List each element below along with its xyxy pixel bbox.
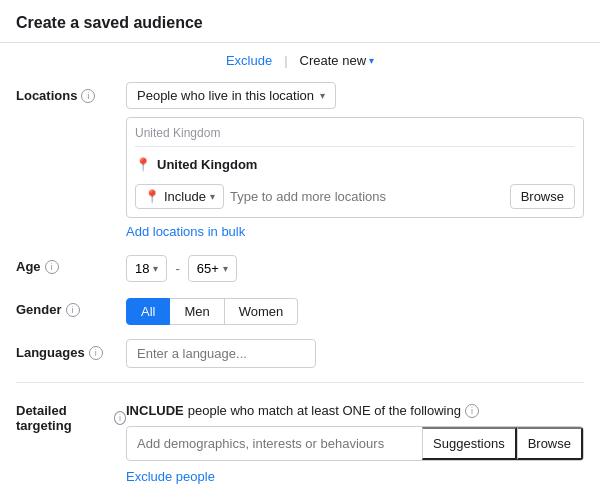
top-links-bar: Exclude | Create new ▾ <box>0 43 600 74</box>
form-divider <box>16 382 584 383</box>
languages-row: Languages i <box>16 339 584 368</box>
age-min-dropdown[interactable]: 18 ▾ <box>126 255 167 282</box>
page-title: Create a saved audience <box>16 14 584 32</box>
age-label: Age i <box>16 253 126 274</box>
gender-women-button[interactable]: Women <box>225 298 299 325</box>
locations-content: People who live in this location ▾ Unite… <box>126 82 584 239</box>
locations-label: Locations i <box>16 82 126 103</box>
age-info-icon[interactable]: i <box>45 260 59 274</box>
form-body: Locations i People who live in this loca… <box>0 74 600 502</box>
targeting-browse-button[interactable]: Browse <box>517 427 583 460</box>
location-input-row: 📍 Include ▾ Browse <box>135 184 575 209</box>
age-separator: - <box>175 261 179 276</box>
languages-info-icon[interactable]: i <box>89 346 103 360</box>
location-box-divider <box>135 146 575 147</box>
age-max-arrow-icon: ▾ <box>223 263 228 274</box>
add-bulk-link-container: Add locations in bulk <box>126 224 245 239</box>
location-pin-icon: 📍 <box>135 157 151 172</box>
detailed-targeting-info-icon[interactable]: i <box>114 411 126 425</box>
location-search-hint: United Kingdom <box>135 126 575 140</box>
detailed-description-info-icon[interactable]: i <box>465 404 479 418</box>
gender-men-button[interactable]: Men <box>170 298 224 325</box>
languages-label: Languages i <box>16 339 126 360</box>
targeting-input[interactable] <box>127 429 422 458</box>
locations-info-icon[interactable]: i <box>81 89 95 103</box>
targeting-input-row: Suggestions Browse <box>126 426 584 461</box>
language-input[interactable] <box>126 339 316 368</box>
gender-row: Gender i All Men Women <box>16 296 584 325</box>
gender-info-icon[interactable]: i <box>66 303 80 317</box>
languages-content <box>126 339 584 368</box>
create-new-arrow-icon: ▾ <box>369 55 374 66</box>
location-dropdown-row: People who live in this location ▾ <box>126 82 584 109</box>
gender-content: All Men Women <box>126 296 584 325</box>
page-header: Create a saved audience <box>0 0 600 43</box>
gender-label: Gender i <box>16 296 126 317</box>
detailed-targeting-description: INCLUDE people who match at least ONE of… <box>126 397 584 418</box>
add-bulk-link[interactable]: Add locations in bulk <box>126 224 245 239</box>
detailed-targeting-row: Detailed targeting i INCLUDE people who … <box>16 397 584 484</box>
create-new-link[interactable]: Create new ▾ <box>300 53 374 68</box>
page-container: Create a saved audience Exclude | Create… <box>0 0 600 502</box>
location-type-arrow-icon: ▾ <box>320 90 325 101</box>
include-dropdown[interactable]: 📍 Include ▾ <box>135 184 224 209</box>
age-max-dropdown[interactable]: 65+ ▾ <box>188 255 237 282</box>
location-type-dropdown[interactable]: People who live in this location ▾ <box>126 82 336 109</box>
detailed-targeting-label: Detailed targeting i <box>16 397 126 433</box>
location-type-input[interactable] <box>230 185 504 208</box>
age-row: Age i 18 ▾ - 65+ ▾ <box>16 253 584 282</box>
location-tag: 📍 United Kingdom <box>135 153 575 176</box>
exclude-people-link[interactable]: Exclude people <box>126 469 215 484</box>
top-links-separator: | <box>284 53 287 68</box>
age-content: 18 ▾ - 65+ ▾ <box>126 253 584 282</box>
age-min-arrow-icon: ▾ <box>153 263 158 274</box>
include-arrow-icon: ▾ <box>210 191 215 202</box>
gender-all-button[interactable]: All <box>126 298 170 325</box>
location-browse-button[interactable]: Browse <box>510 184 575 209</box>
targeting-suggestions-button[interactable]: Suggestions <box>422 427 517 460</box>
detailed-targeting-content: INCLUDE people who match at least ONE of… <box>126 397 584 484</box>
exclude-link-top[interactable]: Exclude <box>226 53 272 68</box>
location-box: United Kingdom 📍 United Kingdom 📍 Includ… <box>126 117 584 218</box>
exclude-people-link-container: Exclude people <box>126 469 584 484</box>
pin-icon-small: 📍 <box>144 189 160 204</box>
locations-row: Locations i People who live in this loca… <box>16 82 584 239</box>
include-text: INCLUDE <box>126 403 184 418</box>
